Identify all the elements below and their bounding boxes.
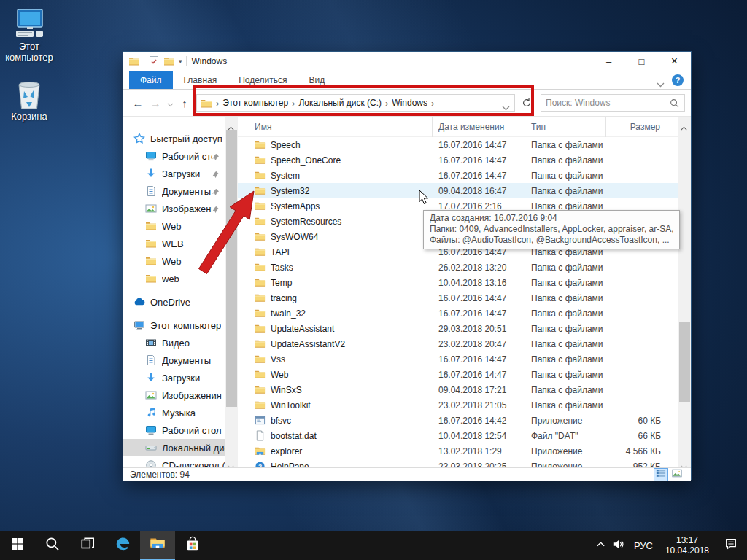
filelist-scrollbar[interactable] [678, 117, 691, 467]
explorer-window: ▾ Windows – □ × ФайлГлавнаяПоделитьсяВид… [123, 51, 692, 480]
action-center-button[interactable] [715, 531, 747, 560]
address-dropdown-icon[interactable] [502, 101, 510, 106]
thumbnail-view-button[interactable] [670, 469, 684, 481]
sidebar-item[interactable]: Документы [123, 182, 225, 200]
scroll-up-icon[interactable] [225, 117, 238, 129]
scroll-down-icon[interactable] [678, 456, 691, 467]
sidebar-item[interactable]: Этот компьютер [123, 316, 225, 334]
table-row[interactable]: bootstat.dat10.04.2018 12:54Файл "DAT"66… [238, 428, 680, 443]
column-header-3[interactable]: Размер [606, 117, 679, 137]
table-row[interactable]: System16.07.2016 14:47Папка с файлами [238, 168, 680, 183]
ribbon-tabs: ФайлГлавнаяПоделитьсяВид [123, 71, 336, 89]
sidebar-scrollbar[interactable] [225, 117, 238, 467]
sidebar-item[interactable]: Изображения [123, 386, 225, 404]
table-row[interactable]: Web16.07.2016 14:47Папка с файлами [238, 367, 680, 382]
desktop-icon [145, 424, 157, 436]
ribbon-tab-главная[interactable]: Главная [173, 71, 228, 89]
table-row[interactable]: Tasks26.02.2018 13:20Папка с файлами [238, 260, 680, 275]
minimize-button[interactable]: – [592, 52, 625, 71]
column-header-0[interactable]: Имя [238, 117, 433, 137]
desktop-icon-pc-desktop[interactable]: Этот компьютер [1, 7, 58, 63]
scroll-down-icon[interactable] [225, 456, 238, 467]
taskbar-edge-button[interactable] [105, 531, 140, 560]
breadcrumb-right [502, 101, 514, 106]
taskbar-file-explorer-button[interactable] [140, 531, 175, 560]
sidebar-item[interactable]: Загрузки [123, 165, 225, 182]
taskbar-start-button[interactable] [0, 531, 35, 560]
file-name: tracing [271, 293, 297, 303]
sidebar-item[interactable]: CD-дисковод (D [123, 456, 225, 467]
table-row[interactable]: Speech16.07.2016 14:47Папка с файлами [238, 137, 680, 152]
breadcrumb-item[interactable]: Этот компьютер [222, 98, 288, 108]
table-row[interactable]: UpdateAssistantV223.02.2018 20:47Папка с… [238, 336, 680, 351]
volume-icon[interactable] [610, 539, 627, 553]
sidebar-item[interactable]: web [123, 270, 225, 287]
sidebar-item[interactable]: Музыка [123, 404, 225, 421]
table-row[interactable]: ?HelpPane23.03.2018 20:25Приложение952 К… [238, 459, 680, 467]
file-type-cell: Папка с файлами [525, 278, 606, 288]
ribbon-tab-файл[interactable]: Файл [129, 71, 173, 89]
desktop-icon-recycle-bin[interactable]: Корзина [1, 77, 58, 122]
breadcrumb[interactable]: ›Этот компьютер›Локальный диск (C:)›Wind… [196, 94, 515, 112]
sidebar-item[interactable]: Web [123, 217, 225, 235]
taskbar-clock[interactable]: 13:17 10.04.2018 [659, 535, 715, 556]
sidebar-scroll-thumb[interactable] [226, 130, 237, 407]
table-row[interactable]: bfsvc16.07.2016 14:42Приложение60 КБ [238, 413, 680, 428]
taskbar-store-button[interactable] [175, 531, 210, 560]
table-row[interactable]: System3209.04.2018 16:47Папка с файлами [238, 183, 680, 198]
qat-customize-chevron-icon[interactable]: ▾ [179, 58, 182, 65]
table-row[interactable]: Vss16.07.2016 14:47Папка с файлами [238, 351, 680, 367]
table-row[interactable]: twain_3216.07.2016 14:47Папка с файлами [238, 306, 680, 321]
sidebar-item[interactable]: Web [123, 252, 225, 270]
table-row[interactable]: Speech_OneCore16.07.2016 14:47Папка с фа… [238, 152, 680, 168]
win-icon [11, 537, 24, 553]
up-button[interactable]: ↑ [176, 97, 193, 109]
sidebar-item[interactable]: Локальный дис [123, 439, 225, 456]
file-type-cell: Папка с файлами [525, 385, 606, 395]
window-title: Windows [192, 56, 592, 66]
ribbon-tab-поделиться[interactable]: Поделиться [228, 71, 298, 89]
sidebar-item[interactable]: Документы [123, 351, 225, 369]
sidebar-item[interactable]: Загрузки [123, 369, 225, 386]
back-button[interactable]: ← [129, 97, 147, 109]
column-header-2[interactable]: Тип [525, 117, 606, 137]
tray-chevron-up-icon[interactable] [592, 539, 610, 553]
sidebar-item[interactable]: WEB [123, 235, 225, 252]
search-box[interactable] [541, 94, 685, 112]
properties-icon[interactable] [148, 55, 160, 67]
new-folder-icon[interactable] [163, 55, 175, 67]
table-row[interactable]: tracing16.07.2016 14:47Папка с файлами [238, 290, 680, 306]
column-header-1[interactable]: Дата изменения [433, 117, 525, 137]
filelist-scroll-thumb[interactable] [679, 322, 690, 402]
close-button[interactable]: × [658, 52, 691, 71]
breadcrumb-item[interactable]: Windows [392, 98, 427, 108]
navigation-pane: Быстрый доступРабочий стоЗагрузкиДокумен… [123, 117, 225, 467]
file-name: Vss [271, 354, 285, 365]
collapse-ribbon-icon[interactable] [657, 77, 665, 82]
breadcrumb-item[interactable]: Локальный диск (C:) [298, 98, 382, 108]
search-input[interactable] [541, 98, 669, 108]
sidebar-item[interactable]: Рабочий стол [123, 421, 225, 439]
language-indicator[interactable]: РУС [627, 540, 659, 551]
folder-icon [255, 170, 266, 181]
sidebar-item[interactable]: Изображени [123, 200, 225, 217]
table-row[interactable]: UpdateAssistant29.03.2018 20:51Папка с ф… [238, 321, 680, 336]
maximize-button[interactable]: □ [625, 52, 658, 71]
sidebar-item[interactable]: Рабочий сто [123, 147, 225, 165]
ribbon-tab-вид[interactable]: Вид [298, 71, 336, 89]
scroll-up-icon[interactable] [678, 117, 691, 129]
table-row[interactable]: Temp10.04.2018 13:16Папка с файлами [238, 275, 680, 290]
taskbar-task-view-button[interactable] [70, 531, 105, 560]
details-view-button[interactable] [654, 469, 667, 481]
table-row[interactable]: explorer13.02.2018 1:29Приложение4 566 К… [238, 443, 680, 459]
explorer-app-icon[interactable] [128, 55, 140, 67]
file-type-cell: Папка с файлами [525, 155, 606, 166]
table-row[interactable]: WinSxS09.04.2018 17:21Папка с файлами [238, 382, 680, 397]
refresh-button[interactable] [519, 94, 535, 112]
sidebar-item[interactable]: Видео [123, 334, 225, 351]
sidebar-item[interactable]: OneDrive [123, 293, 225, 311]
help-button[interactable]: ? [672, 74, 684, 86]
table-row[interactable]: WinToolkit23.02.2018 21:05Папка с файлам… [238, 397, 680, 413]
sidebar-item[interactable]: Быстрый доступ [123, 130, 225, 147]
taskbar-search-button[interactable] [35, 531, 70, 560]
